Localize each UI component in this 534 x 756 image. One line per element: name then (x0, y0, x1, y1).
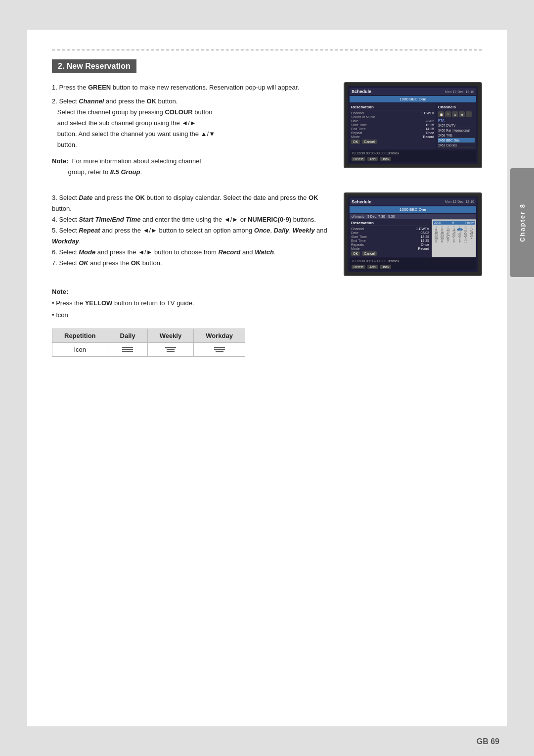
line-3 (122, 351, 133, 352)
ok-cancel-2: OK Cancel (351, 251, 429, 256)
line-1 (122, 347, 133, 348)
res2-channel-value: 1 DWTV (416, 227, 429, 231)
res-mode-value: Record (423, 135, 434, 139)
add-btn-1[interactable]: Add (367, 157, 377, 161)
channel-bar-text-2: 1000 BBC One (400, 207, 426, 212)
cancel-btn-2[interactable]: Cancel (362, 251, 377, 256)
overlay-info: of music 9 Dec. 7:30 - 9:30 (350, 214, 476, 219)
line-5 (167, 349, 175, 350)
step-1: 1. Press the GREEN button to make new re… (52, 82, 329, 93)
res-start-label: Start Time (351, 123, 367, 127)
res2-repeat-row: Repeats Once (351, 243, 429, 246)
group-ref: 8.5 Group (110, 168, 140, 176)
res-date-row: Date 23/02 (351, 119, 434, 123)
schedule-ui-1: Schedule Mon 12 Dec. 12:10 1000 BBC One … (348, 86, 478, 164)
ok-bold-1: OK (147, 97, 157, 105)
ok-btn-1[interactable]: OK (351, 140, 360, 144)
reservation-panel-title-2: Reservation (351, 221, 429, 226)
schedule-title-1: Schedule (352, 89, 371, 94)
res-channel-row: Channel 1 DWTV (351, 111, 434, 115)
icon-weekly (147, 342, 194, 356)
channel-item-3: 2458 TVE (438, 133, 475, 138)
delete-btn-1[interactable]: Delete (352, 157, 365, 161)
res-end-row: End Time 14:25 (351, 127, 434, 131)
icon-btn-5[interactable]: ♪ (466, 111, 472, 117)
channel-bold: Channel (79, 97, 104, 105)
res2-start-label: Start Time (351, 235, 367, 238)
cal-d-e8: 8 (451, 240, 457, 243)
yellow-bold: YELLOW (85, 299, 113, 307)
channel-item-2: 3450 Rai International (438, 128, 475, 133)
res2-date-value: 03/02 (420, 231, 429, 235)
note-bullet-1: • Press the YELLOW button to return to T… (52, 297, 482, 309)
bottom-bar-1: 79 12/30 09:00-09:30 Euromax (350, 150, 476, 156)
res2-channel-label: Channel (351, 227, 364, 231)
res-end-value: 14:25 (425, 127, 434, 131)
icon-btn-1[interactable]: 📋 (438, 111, 444, 117)
back-btn-2[interactable]: Back (380, 265, 392, 269)
icon-btn-4[interactable]: ★ (459, 111, 465, 117)
icon-workday (194, 342, 245, 356)
screenshot-2: Schedule Mon 12 Dec. 12:10 1000 BBC One … (344, 192, 482, 276)
main-content: 2. New Reservation 1. Press the GREEN bu… (27, 30, 507, 726)
ok-btn-2[interactable]: OK (351, 251, 360, 256)
cancel-btn-1[interactable]: Cancel (362, 140, 377, 144)
line-9 (216, 351, 223, 352)
step-7: 7. Select OK and press the OK button. (52, 258, 329, 269)
steps-part2-section: 3. Select Date and press the OK button t… (52, 192, 482, 276)
section-heading: 2. New Reservation (52, 59, 136, 73)
res-date-label: Date (351, 119, 358, 123)
channels-panel-title: Channels (438, 105, 475, 110)
note-section: Note: • Press the YELLOW button to retur… (52, 286, 482, 321)
res-sound-label: Sound of Music (351, 115, 375, 119)
schedule-date-1: Mon 12 Dec. 12:10 (445, 90, 474, 94)
back-btn-1[interactable]: Back (380, 157, 392, 161)
schedule-header-1: Schedule Mon 12 Dec. 12:10 (350, 88, 476, 95)
calendar-panel: 2005 9 Friday 1 2 3 4 5 6 (432, 219, 476, 257)
instructions-col-1: 1. Press the GREEN button to make new re… (52, 82, 329, 181)
cal-d-e9: 9 (457, 240, 463, 243)
channel-bar-1: 1000 BBC One (350, 96, 476, 102)
res2-repeat-value: Once (421, 243, 429, 246)
res-channel-value: 1 DWTV (421, 111, 434, 115)
icon-row-1: 📋 ☺ ⊕ ★ ♪ (438, 111, 475, 117)
res2-start-value: 13:25 (420, 235, 429, 238)
ok-cancel-1: OK Cancel (351, 140, 434, 144)
time-text: 9 Dec. 7:30 - 9:30 (367, 215, 395, 218)
steps-col-2: 3. Select Date and press the OK button t… (52, 192, 329, 276)
note-label-1: Note: (52, 157, 68, 165)
line-2 (122, 349, 133, 350)
note-group: Note: For more information about selecti… (52, 156, 329, 178)
icon-btn-3[interactable]: ⊕ (452, 111, 458, 117)
cal-grid: 1 2 3 4 5 6 7 8 9 10 11 (433, 225, 475, 243)
step-3: 3. Select Date and press the OK button t… (52, 192, 329, 214)
overlay-text: of music (352, 215, 364, 218)
col-workday: Workday (194, 329, 245, 342)
delete-btn-2[interactable]: Delete (352, 265, 365, 269)
step-2: 2. Select Channel and press the OK butto… (52, 96, 329, 150)
res2-end-label: End Time (351, 239, 366, 242)
res-mode-row: Mode Record (351, 135, 434, 139)
cal-d-e6: 6 (439, 240, 445, 243)
res-sound-row: Sound of Music (351, 115, 434, 119)
cal-year: 2005 (434, 221, 441, 224)
note-label-2: Note: (52, 288, 68, 295)
screen-mockup-1: Schedule Mon 12 Dec. 12:10 1000 BBC One … (344, 82, 482, 168)
col-repetition: Repetition (52, 329, 108, 342)
screen2-buttons: Delete Add Back (350, 264, 476, 270)
line-7 (214, 347, 225, 348)
res2-mode-label: Mode (351, 247, 360, 250)
step-6: 6. Select Mode and press the ◄/► button … (52, 247, 329, 258)
line-8 (214, 349, 225, 350)
cal-d-e7: 7 (445, 240, 451, 243)
fta-label: FTA (438, 119, 475, 122)
res-mode-label: Mode (351, 135, 360, 139)
col-weekly: Weekly (147, 329, 194, 342)
icon-btn-2[interactable]: ☺ (445, 111, 451, 117)
res-channel-label: Channel (351, 111, 364, 115)
icon-row-label: Icon (52, 342, 108, 356)
add-btn-2[interactable]: Add (367, 265, 377, 269)
res2-mode-value: Record (418, 247, 429, 250)
schedule-date-2: Mon 12 Dec. 12:10 (445, 200, 474, 203)
reservation-panel-2: Reservation Channel 1 DWTV Date 03/02 St… (350, 219, 431, 257)
